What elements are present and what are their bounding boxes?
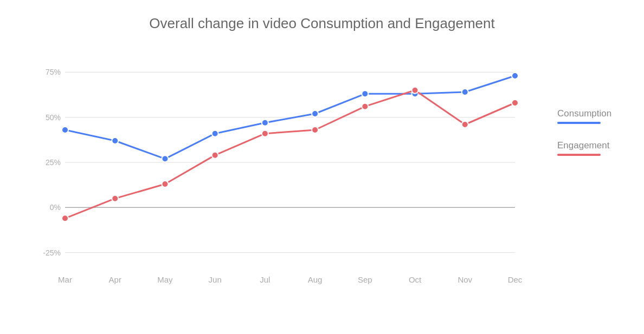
svg-point-34	[262, 130, 268, 137]
svg-point-25	[312, 110, 318, 117]
svg-text:25%: 25%	[46, 158, 61, 167]
svg-text:Jun: Jun	[209, 275, 222, 284]
svg-point-28	[462, 89, 468, 95]
svg-point-30	[62, 215, 68, 221]
svg-text:Jul: Jul	[260, 275, 270, 284]
svg-point-37	[412, 87, 418, 94]
legend-engagement: Engagement	[557, 140, 628, 156]
engagement-label: Engagement	[557, 140, 628, 151]
svg-point-38	[462, 121, 468, 128]
svg-text:0%: 0%	[50, 203, 61, 212]
chart-svg: 75%50%25%0%-25%MarAprMayJunJulAugSepOctN…	[38, 43, 526, 298]
svg-point-29	[512, 73, 518, 79]
svg-point-26	[362, 90, 368, 97]
svg-text:May: May	[157, 275, 173, 284]
svg-point-32	[162, 181, 168, 187]
svg-point-33	[212, 152, 218, 159]
consumption-line-icon	[557, 122, 601, 124]
svg-text:75%: 75%	[46, 68, 61, 76]
consumption-label: Consumption	[557, 108, 628, 119]
svg-point-36	[362, 103, 368, 110]
svg-point-23	[212, 130, 218, 137]
svg-point-35	[312, 127, 318, 133]
svg-text:Dec: Dec	[508, 275, 523, 284]
svg-text:Nov: Nov	[458, 275, 472, 284]
legend: Consumption Engagement	[557, 108, 628, 172]
chart-area: 75%50%25%0%-25%MarAprMayJunJulAugSepOctN…	[38, 43, 526, 298]
chart-container: Overall change in video Consumption and …	[0, 0, 644, 334]
svg-point-31	[112, 195, 118, 202]
svg-text:Sep: Sep	[358, 275, 372, 284]
svg-point-20	[62, 127, 68, 133]
svg-text:Aug: Aug	[308, 275, 323, 284]
legend-consumption: Consumption	[557, 108, 628, 124]
svg-text:Oct: Oct	[409, 275, 422, 284]
engagement-line-icon	[557, 154, 601, 156]
svg-text:-25%: -25%	[43, 248, 61, 257]
svg-point-21	[112, 137, 118, 144]
svg-text:Mar: Mar	[58, 275, 72, 284]
chart-title: Overall change in video Consumption and …	[0, 0, 644, 37]
svg-text:Apr: Apr	[109, 275, 121, 284]
svg-text:50%: 50%	[46, 113, 61, 122]
svg-point-22	[162, 155, 168, 162]
svg-point-39	[512, 100, 518, 106]
svg-point-24	[262, 120, 268, 126]
